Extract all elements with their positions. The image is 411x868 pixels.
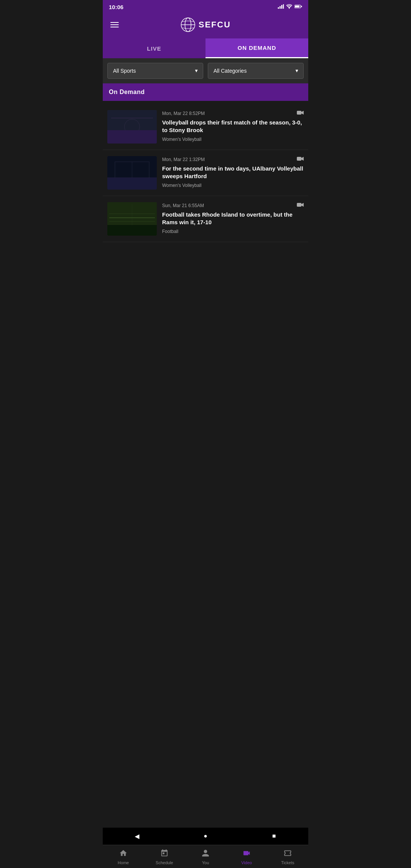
video-camera-icon-1 [297, 110, 304, 116]
video-thumbnail-1: UALB 0 STON 0 [107, 110, 157, 144]
video-item[interactable]: HART 13 UALB 18 Mon, Mar 22 1:32PM For t… [103, 150, 308, 196]
menu-icon-line3 [110, 27, 119, 27]
signal-icon [278, 4, 284, 10]
video-camera-icon-3 [297, 202, 304, 209]
nav-video[interactable]: Video [226, 845, 267, 868]
nav-video-label: Video [241, 860, 252, 865]
svg-rect-0 [278, 7, 279, 9]
logo: SEFCU [180, 17, 231, 32]
sports-filter[interactable]: All Sports Football Volleyball Basketbal… [107, 63, 203, 79]
tab-on-demand[interactable]: ON DEMAND [206, 38, 308, 58]
video-meta-3: Sun, Mar 21 6:55AM [162, 202, 304, 209]
thumbnail-image-1: UALB 0 STON 0 [107, 110, 157, 144]
nav-schedule[interactable]: Schedule [144, 845, 185, 868]
system-nav-bar: ◀ ● ■ [103, 828, 308, 846]
schedule-icon [160, 849, 169, 859]
video-title-2: For the second time in two days, UAlbany… [162, 165, 304, 180]
video-info-3: Sun, Mar 21 6:55AM Football takes Rhode … [162, 202, 304, 236]
svg-text:UALB 0 STON 0: UALB 0 STON 0 [109, 140, 128, 142]
battery-icon [295, 4, 302, 10]
video-category-2: Women's Volleyball [162, 183, 304, 188]
menu-icon-line2 [110, 24, 119, 25]
nav-tickets-label: Tickets [281, 860, 294, 865]
logo-text: SEFCU [199, 20, 231, 30]
svg-rect-3 [283, 4, 284, 9]
svg-point-4 [289, 8, 290, 9]
svg-rect-31 [297, 203, 301, 207]
video-title-1: Volleyball drops their first match of th… [162, 119, 304, 134]
thumbnail-image-2: HART 13 UALB 18 [107, 156, 157, 190]
bottom-nav: Home Schedule You Video Tick [103, 845, 308, 868]
svg-rect-15 [107, 132, 157, 133]
svg-rect-25 [107, 225, 157, 236]
back-button[interactable]: ◀ [132, 831, 142, 841]
video-camera-icon-2 [297, 156, 304, 163]
svg-text:UALB 3:48: UALB 3:48 [109, 232, 122, 235]
sports-filter-wrapper: All Sports Football Volleyball Basketbal… [107, 63, 203, 79]
video-nav-icon [242, 849, 251, 859]
video-date-3: Sun, Mar 21 6:55AM [162, 203, 204, 208]
svg-rect-17 [297, 111, 301, 115]
nav-you-label: You [202, 860, 209, 865]
video-list: UALB 0 STON 0 Mon, Mar 22 8:52PM Volleyb… [103, 101, 308, 245]
status-time: 10:06 [109, 4, 123, 10]
svg-text:HART 13 UALB 18: HART 13 UALB 18 [109, 186, 131, 188]
video-info-1: Mon, Mar 22 8:52PM Volleyball drops thei… [162, 110, 304, 144]
section-label: On Demand [103, 83, 308, 101]
home-system-button[interactable]: ● [201, 831, 210, 841]
nav-schedule-label: Schedule [156, 860, 173, 865]
nav-home[interactable]: Home [103, 845, 144, 868]
categories-filter[interactable]: All Categories Game Highlights Interview… [208, 63, 304, 79]
nav-tickets[interactable]: Tickets [267, 845, 308, 868]
home-icon [119, 849, 127, 859]
svg-rect-2 [281, 5, 282, 9]
video-date-2: Mon, Mar 22 1:32PM [162, 157, 205, 162]
svg-rect-23 [297, 157, 301, 161]
tab-live[interactable]: LIVE [103, 38, 206, 58]
wifi-icon [286, 4, 292, 10]
svg-rect-6 [295, 6, 299, 8]
recent-apps-button[interactable]: ■ [269, 831, 279, 841]
filter-row: All Sports Football Volleyball Basketbal… [103, 58, 308, 83]
logo-sphere-icon [180, 17, 196, 32]
svg-rect-12 [107, 131, 157, 144]
categories-filter-wrapper: All Categories Game Highlights Interview… [208, 63, 304, 79]
nav-you[interactable]: You [185, 845, 226, 868]
video-category-3: Football [162, 229, 304, 234]
menu-icon-line1 [110, 22, 119, 23]
video-item[interactable]: UALB 0 STON 0 Mon, Mar 22 8:52PM Volleyb… [103, 104, 308, 150]
status-bar: 10:06 [103, 0, 308, 13]
thumbnail-image-3: UALB 3:48 [107, 202, 157, 236]
svg-rect-7 [301, 6, 302, 7]
svg-rect-13 [111, 118, 153, 118]
video-meta-1: Mon, Mar 22 8:52PM [162, 110, 304, 116]
video-item[interactable]: UALB 3:48 Sun, Mar 21 6:55AM Football ta… [103, 196, 308, 242]
video-meta-2: Mon, Mar 22 1:32PM [162, 156, 304, 163]
video-category-1: Women's Volleyball [162, 137, 304, 142]
svg-rect-19 [107, 177, 157, 190]
tickets-icon [284, 849, 292, 859]
you-icon [201, 849, 210, 859]
video-thumbnail-3: UALB 3:48 [107, 202, 157, 236]
menu-button[interactable] [109, 21, 120, 29]
status-icons [278, 4, 302, 10]
video-title-3: Football takes Rhode Island to overtime,… [162, 211, 304, 226]
svg-rect-1 [280, 6, 281, 9]
video-date-1: Mon, Mar 22 8:52PM [162, 111, 205, 116]
nav-home-label: Home [118, 860, 129, 865]
header: SEFCU [103, 13, 308, 38]
svg-rect-11 [107, 110, 157, 144]
video-thumbnail-2: HART 13 UALB 18 [107, 156, 157, 190]
video-info-2: Mon, Mar 22 1:32PM For the second time i… [162, 156, 304, 190]
tab-bar: LIVE ON DEMAND [103, 38, 308, 58]
